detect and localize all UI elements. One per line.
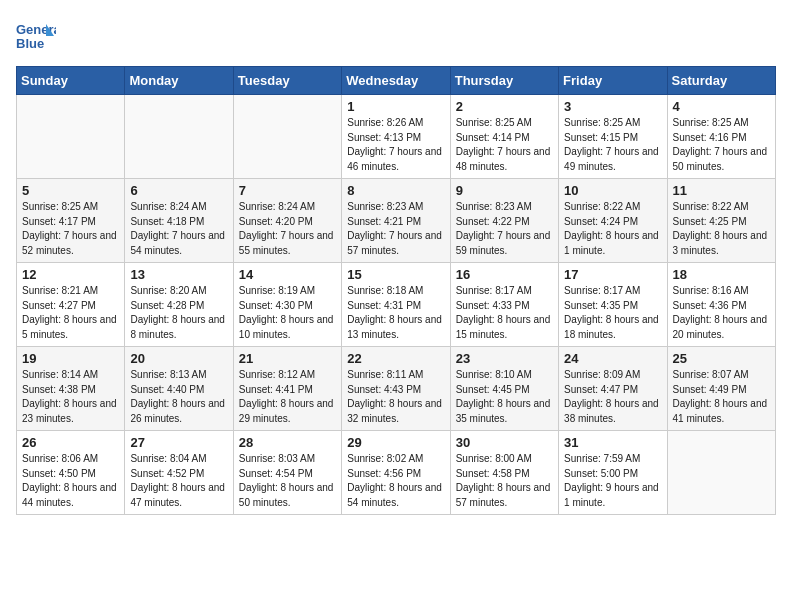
day-number: 2 (456, 99, 553, 114)
calendar-cell: 31Sunrise: 7:59 AMSunset: 5:00 PMDayligh… (559, 431, 667, 515)
day-number: 6 (130, 183, 227, 198)
calendar-week-5: 26Sunrise: 8:06 AMSunset: 4:50 PMDayligh… (17, 431, 776, 515)
cell-details: Sunrise: 8:12 AMSunset: 4:41 PMDaylight:… (239, 368, 336, 426)
header-day-thursday: Thursday (450, 67, 558, 95)
cell-details: Sunrise: 8:20 AMSunset: 4:28 PMDaylight:… (130, 284, 227, 342)
calendar-cell: 10Sunrise: 8:22 AMSunset: 4:24 PMDayligh… (559, 179, 667, 263)
calendar-cell (233, 95, 341, 179)
calendar-cell: 20Sunrise: 8:13 AMSunset: 4:40 PMDayligh… (125, 347, 233, 431)
cell-details: Sunrise: 7:59 AMSunset: 5:00 PMDaylight:… (564, 452, 661, 510)
day-number: 28 (239, 435, 336, 450)
calendar-cell: 28Sunrise: 8:03 AMSunset: 4:54 PMDayligh… (233, 431, 341, 515)
calendar-cell (125, 95, 233, 179)
day-number: 30 (456, 435, 553, 450)
header-day-sunday: Sunday (17, 67, 125, 95)
cell-details: Sunrise: 8:25 AMSunset: 4:15 PMDaylight:… (564, 116, 661, 174)
calendar-cell: 17Sunrise: 8:17 AMSunset: 4:35 PMDayligh… (559, 263, 667, 347)
day-number: 29 (347, 435, 444, 450)
cell-details: Sunrise: 8:13 AMSunset: 4:40 PMDaylight:… (130, 368, 227, 426)
calendar-week-1: 1Sunrise: 8:26 AMSunset: 4:13 PMDaylight… (17, 95, 776, 179)
calendar-cell: 7Sunrise: 8:24 AMSunset: 4:20 PMDaylight… (233, 179, 341, 263)
calendar-cell: 16Sunrise: 8:17 AMSunset: 4:33 PMDayligh… (450, 263, 558, 347)
day-number: 10 (564, 183, 661, 198)
day-number: 25 (673, 351, 770, 366)
calendar-cell: 29Sunrise: 8:02 AMSunset: 4:56 PMDayligh… (342, 431, 450, 515)
day-number: 9 (456, 183, 553, 198)
day-number: 22 (347, 351, 444, 366)
calendar-cell: 24Sunrise: 8:09 AMSunset: 4:47 PMDayligh… (559, 347, 667, 431)
cell-details: Sunrise: 8:11 AMSunset: 4:43 PMDaylight:… (347, 368, 444, 426)
cell-details: Sunrise: 8:00 AMSunset: 4:58 PMDaylight:… (456, 452, 553, 510)
header-day-tuesday: Tuesday (233, 67, 341, 95)
day-number: 12 (22, 267, 119, 282)
calendar-cell: 30Sunrise: 8:00 AMSunset: 4:58 PMDayligh… (450, 431, 558, 515)
logo: General Blue (16, 16, 60, 56)
calendar-cell: 14Sunrise: 8:19 AMSunset: 4:30 PMDayligh… (233, 263, 341, 347)
calendar-cell (667, 431, 775, 515)
calendar-header-row: SundayMondayTuesdayWednesdayThursdayFrid… (17, 67, 776, 95)
page-header: General Blue (16, 16, 776, 56)
cell-details: Sunrise: 8:18 AMSunset: 4:31 PMDaylight:… (347, 284, 444, 342)
calendar-week-3: 12Sunrise: 8:21 AMSunset: 4:27 PMDayligh… (17, 263, 776, 347)
calendar-cell: 27Sunrise: 8:04 AMSunset: 4:52 PMDayligh… (125, 431, 233, 515)
calendar-cell: 22Sunrise: 8:11 AMSunset: 4:43 PMDayligh… (342, 347, 450, 431)
header-day-friday: Friday (559, 67, 667, 95)
calendar-cell: 18Sunrise: 8:16 AMSunset: 4:36 PMDayligh… (667, 263, 775, 347)
calendar-table: SundayMondayTuesdayWednesdayThursdayFrid… (16, 66, 776, 515)
day-number: 13 (130, 267, 227, 282)
cell-details: Sunrise: 8:09 AMSunset: 4:47 PMDaylight:… (564, 368, 661, 426)
calendar-week-2: 5Sunrise: 8:25 AMSunset: 4:17 PMDaylight… (17, 179, 776, 263)
day-number: 20 (130, 351, 227, 366)
calendar-cell: 15Sunrise: 8:18 AMSunset: 4:31 PMDayligh… (342, 263, 450, 347)
calendar-cell: 23Sunrise: 8:10 AMSunset: 4:45 PMDayligh… (450, 347, 558, 431)
day-number: 18 (673, 267, 770, 282)
cell-details: Sunrise: 8:25 AMSunset: 4:17 PMDaylight:… (22, 200, 119, 258)
day-number: 15 (347, 267, 444, 282)
calendar-cell: 5Sunrise: 8:25 AMSunset: 4:17 PMDaylight… (17, 179, 125, 263)
day-number: 27 (130, 435, 227, 450)
cell-details: Sunrise: 8:16 AMSunset: 4:36 PMDaylight:… (673, 284, 770, 342)
cell-details: Sunrise: 8:10 AMSunset: 4:45 PMDaylight:… (456, 368, 553, 426)
calendar-cell: 1Sunrise: 8:26 AMSunset: 4:13 PMDaylight… (342, 95, 450, 179)
day-number: 7 (239, 183, 336, 198)
day-number: 21 (239, 351, 336, 366)
calendar-body: 1Sunrise: 8:26 AMSunset: 4:13 PMDaylight… (17, 95, 776, 515)
header-day-wednesday: Wednesday (342, 67, 450, 95)
cell-details: Sunrise: 8:24 AMSunset: 4:18 PMDaylight:… (130, 200, 227, 258)
day-number: 11 (673, 183, 770, 198)
cell-details: Sunrise: 8:23 AMSunset: 4:22 PMDaylight:… (456, 200, 553, 258)
calendar-cell: 21Sunrise: 8:12 AMSunset: 4:41 PMDayligh… (233, 347, 341, 431)
cell-details: Sunrise: 8:21 AMSunset: 4:27 PMDaylight:… (22, 284, 119, 342)
day-number: 24 (564, 351, 661, 366)
day-number: 1 (347, 99, 444, 114)
calendar-cell: 9Sunrise: 8:23 AMSunset: 4:22 PMDaylight… (450, 179, 558, 263)
cell-details: Sunrise: 8:23 AMSunset: 4:21 PMDaylight:… (347, 200, 444, 258)
day-number: 5 (22, 183, 119, 198)
day-number: 8 (347, 183, 444, 198)
header-day-saturday: Saturday (667, 67, 775, 95)
calendar-cell: 2Sunrise: 8:25 AMSunset: 4:14 PMDaylight… (450, 95, 558, 179)
cell-details: Sunrise: 8:03 AMSunset: 4:54 PMDaylight:… (239, 452, 336, 510)
calendar-cell: 3Sunrise: 8:25 AMSunset: 4:15 PMDaylight… (559, 95, 667, 179)
cell-details: Sunrise: 8:19 AMSunset: 4:30 PMDaylight:… (239, 284, 336, 342)
cell-details: Sunrise: 8:24 AMSunset: 4:20 PMDaylight:… (239, 200, 336, 258)
day-number: 3 (564, 99, 661, 114)
cell-details: Sunrise: 8:14 AMSunset: 4:38 PMDaylight:… (22, 368, 119, 426)
calendar-cell: 25Sunrise: 8:07 AMSunset: 4:49 PMDayligh… (667, 347, 775, 431)
cell-details: Sunrise: 8:25 AMSunset: 4:16 PMDaylight:… (673, 116, 770, 174)
calendar-cell: 26Sunrise: 8:06 AMSunset: 4:50 PMDayligh… (17, 431, 125, 515)
logo-icon: General Blue (16, 16, 56, 56)
day-number: 16 (456, 267, 553, 282)
cell-details: Sunrise: 8:04 AMSunset: 4:52 PMDaylight:… (130, 452, 227, 510)
cell-details: Sunrise: 8:22 AMSunset: 4:25 PMDaylight:… (673, 200, 770, 258)
cell-details: Sunrise: 8:25 AMSunset: 4:14 PMDaylight:… (456, 116, 553, 174)
cell-details: Sunrise: 8:26 AMSunset: 4:13 PMDaylight:… (347, 116, 444, 174)
cell-details: Sunrise: 8:22 AMSunset: 4:24 PMDaylight:… (564, 200, 661, 258)
day-number: 23 (456, 351, 553, 366)
calendar-cell: 4Sunrise: 8:25 AMSunset: 4:16 PMDaylight… (667, 95, 775, 179)
day-number: 26 (22, 435, 119, 450)
day-number: 4 (673, 99, 770, 114)
day-number: 31 (564, 435, 661, 450)
cell-details: Sunrise: 8:06 AMSunset: 4:50 PMDaylight:… (22, 452, 119, 510)
calendar-cell: 19Sunrise: 8:14 AMSunset: 4:38 PMDayligh… (17, 347, 125, 431)
